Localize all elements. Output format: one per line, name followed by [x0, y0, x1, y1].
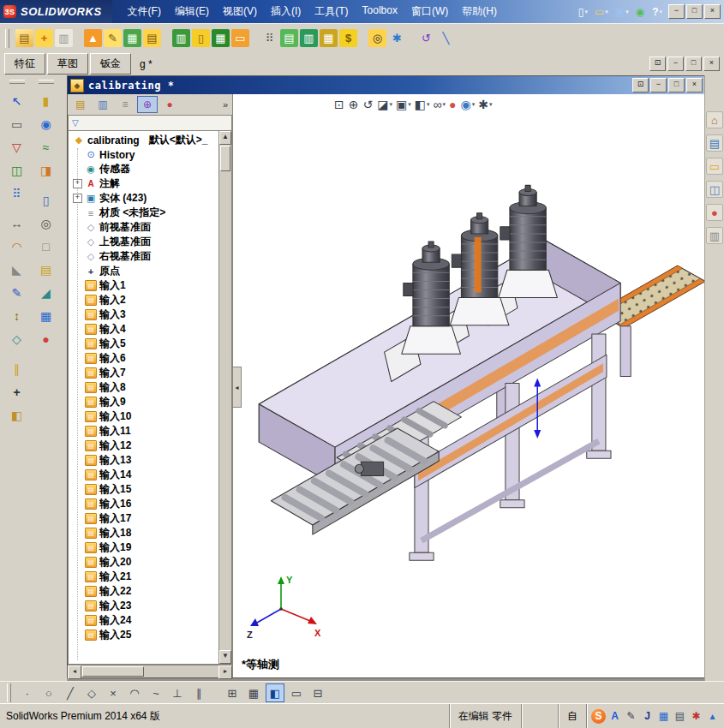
command-tab[interactable]: 特征 — [4, 53, 45, 75]
ime-settings-icon[interactable]: ✱ — [689, 709, 703, 724]
measure-icon[interactable]: + — [7, 382, 27, 402]
file-explorer-icon[interactable]: ▭ — [706, 158, 723, 175]
arc-icon[interactable]: ◠ — [125, 683, 144, 702]
scrollbar-thumb[interactable] — [220, 146, 230, 171]
chamfer-icon[interactable]: ◣ — [7, 260, 27, 279]
find-reference-icon[interactable]: ◎ — [368, 29, 386, 47]
tree-item[interactable]: 输入13 — [73, 453, 218, 468]
note-icon[interactable]: ✎ — [104, 29, 122, 47]
command-tab[interactable]: 钣金 — [90, 53, 131, 75]
hole-wizard-icon[interactable]: ◎ — [36, 213, 56, 233]
tree-horizontal-scrollbar[interactable]: ◂ ▸ — [68, 665, 232, 677]
child-close-button[interactable]: × — [686, 78, 703, 92]
select-icon[interactable]: ↖ — [7, 91, 27, 110]
open-part-icon[interactable]: ▤ — [15, 29, 33, 47]
line-icon[interactable]: ╱ — [61, 683, 80, 702]
toolbar-grip[interactable] — [7, 683, 11, 702]
import-icon[interactable]: ▤ — [280, 29, 298, 47]
design-binder-icon[interactable]: ▦ — [123, 29, 141, 47]
tree-item[interactable]: 输入5 — [73, 337, 218, 351]
polygon-icon[interactable]: ◇ — [82, 683, 101, 702]
section-display-icon[interactable]: ⊟ — [308, 683, 327, 702]
alert-icon[interactable]: ▲ — [84, 29, 102, 47]
menu-item[interactable]: 插入(I) — [264, 1, 308, 22]
box-select-icon[interactable]: ▭ — [7, 114, 27, 134]
column-set-icon[interactable]: ▯ — [192, 29, 210, 47]
table-icon[interactable]: ▦ — [212, 29, 230, 47]
new-document-icon[interactable]: ▯ ▾ — [576, 5, 590, 19]
apply-scene-icon[interactable]: ◉ ▾ — [460, 98, 475, 111]
tree-item[interactable]: 输入10 — [73, 409, 218, 424]
scrollbar-track[interactable] — [219, 172, 231, 650]
revolved-boss-icon[interactable]: ◉ — [36, 114, 56, 134]
display-style-icon[interactable]: ◧ ▾ — [415, 98, 430, 111]
tree-item[interactable]: 输入22 — [73, 584, 218, 599]
zoom-area-icon[interactable]: ⊕ — [349, 98, 360, 111]
menu-item[interactable]: 编辑(E) — [168, 1, 216, 22]
tree-item[interactable]: 输入6 — [73, 351, 218, 366]
tree-item[interactable]: 输入15 — [73, 482, 218, 497]
tree-item[interactable]: 输入2 — [73, 293, 218, 307]
tree-item[interactable]: 输入12 — [73, 439, 218, 453]
tree-item[interactable]: 右视基准面 — [73, 249, 218, 264]
trim-icon[interactable]: × — [104, 683, 123, 702]
scrollbar-thumb[interactable] — [82, 666, 144, 677]
expander-icon[interactable]: + — [73, 194, 82, 203]
design-library-icon[interactable]: ▤ — [706, 134, 723, 152]
doc-fullscreen-button[interactable]: ⊡ — [649, 57, 666, 71]
open-folder-icon[interactable]: ▭ — [231, 29, 249, 47]
tree-item[interactable]: 输入23 — [73, 599, 218, 613]
tree-item[interactable]: 输入3 — [73, 307, 218, 322]
view-settings-icon[interactable]: ✱ ▾ — [478, 98, 492, 111]
copy-document-icon[interactable]: ▤ — [143, 29, 161, 47]
pattern-feature-icon[interactable]: ▦ — [36, 306, 56, 325]
section-view-icon[interactable]: ◪ ▾ — [377, 98, 392, 111]
command-tab[interactable]: 草图 — [47, 53, 88, 75]
tree-item[interactable]: + 实体 (423) — [73, 191, 218, 206]
sketch-point-icon[interactable]: · — [18, 683, 37, 702]
ecalc-icon[interactable]: ▦ — [320, 29, 338, 47]
tree-item[interactable]: 传感器 — [73, 162, 218, 176]
minimize-button[interactable]: − — [668, 4, 685, 19]
menu-item[interactable]: 文件(F) — [121, 1, 168, 22]
view-palette-icon[interactable]: ◫ — [706, 181, 723, 198]
help-icon[interactable]: ? ▾ — [649, 5, 665, 19]
smart-dimension-icon[interactable]: ↕ — [7, 306, 27, 325]
tree-item[interactable]: 原点 — [73, 264, 218, 278]
tree-filter-bar[interactable]: ▽ — [68, 115, 232, 130]
spline-icon[interactable]: ~ — [147, 683, 165, 702]
new-window-icon[interactable]: + — [35, 29, 53, 47]
linear-pattern-icon[interactable]: ⠿ — [7, 183, 27, 203]
rebuild-icon[interactable]: ◉ — [633, 5, 648, 19]
snap-grid-icon[interactable]: ▦ — [244, 683, 263, 702]
fillet-icon[interactable]: ◠ — [7, 236, 27, 256]
tree-item[interactable]: 输入9 — [73, 395, 218, 409]
section-view-icon[interactable]: ◧ — [7, 405, 27, 425]
custom-properties-icon[interactable]: ▥ — [706, 227, 723, 244]
mirror-entities-icon[interactable]: ◫ — [7, 160, 27, 180]
tree-item[interactable]: 输入11 — [73, 424, 218, 439]
open-icon[interactable]: ▭ ▾ — [592, 5, 611, 19]
menu-item[interactable]: 工具(T) — [308, 1, 355, 22]
maximize-button[interactable]: □ — [686, 4, 703, 19]
doc-restore-button[interactable]: □ — [685, 57, 702, 71]
undo-icon[interactable]: ↺ — [417, 29, 435, 47]
tree-item[interactable]: 输入17 — [73, 511, 218, 526]
sketch-line-icon[interactable]: ╲ — [437, 29, 455, 47]
doc-minimize-button[interactable]: − — [667, 57, 684, 71]
wireframe-icon[interactable]: ▭ — [287, 683, 306, 702]
view-grid-icon[interactable]: ⠿ — [260, 29, 278, 47]
offset-entities-icon[interactable]: ∥ — [7, 359, 27, 379]
tree-item[interactable]: 输入8 — [73, 380, 218, 395]
extruded-cut-icon[interactable]: ▯ — [36, 190, 56, 210]
sogou-icon[interactable]: S — [591, 709, 606, 724]
swept-boss-icon[interactable]: ≈ — [36, 137, 56, 157]
tree-item[interactable]: 输入21 — [73, 570, 218, 584]
move-entities-icon[interactable]: ↔ — [7, 213, 27, 233]
previous-view-icon[interactable]: ↺ — [362, 98, 374, 111]
hide-show-items-icon[interactable]: ∞ ▾ — [433, 98, 446, 111]
panel-splitter-handle[interactable]: ◂ — [233, 367, 242, 408]
circle-icon[interactable]: ○ — [39, 683, 58, 702]
export-icon[interactable]: ▥ — [300, 29, 318, 47]
ime-j-icon[interactable]: J — [640, 709, 655, 724]
